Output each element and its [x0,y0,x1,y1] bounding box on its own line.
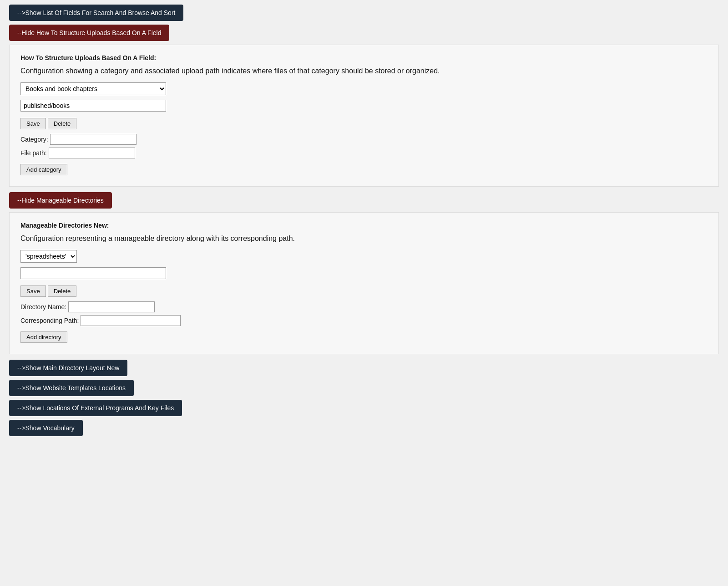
dir-save-delete-group: Save Delete [20,285,77,297]
filepath-input[interactable] [49,148,135,158]
uploads-panel-description: Configuration showing a category and ass… [20,67,708,75]
hide-manageable-button[interactable]: --Hide Manageable Directories [9,192,112,209]
upload-path-input[interactable] [20,100,166,112]
dirname-row: Directory Name: [20,301,708,312]
category-dropdown[interactable]: Books and book chaptersJournalsReportsTh… [20,82,166,95]
delete-button[interactable]: Delete [48,118,77,129]
uploads-panel-title: How To Structure Uploads Based On A Fiel… [20,54,708,61]
save-delete-group: Save Delete [20,118,77,129]
filepath-row: File path: [20,148,708,158]
dir-save-button[interactable]: Save [20,285,46,297]
directory-path-input[interactable] [20,267,166,279]
hide-uploads-button[interactable]: --Hide How To Structure Uploads Based On… [9,25,169,41]
bottom-buttons: -->Show Main Directory Layout New -->Sho… [9,360,719,436]
show-main-dir-button[interactable]: -->Show Main Directory Layout New [9,360,127,376]
corrpath-label: Corresponding Path: [20,317,79,324]
add-directory-button[interactable]: Add directory [20,331,67,343]
manageable-panel-description: Configuration representing a manageable … [20,234,708,243]
uploads-panel: How To Structure Uploads Based On A Fiel… [9,45,719,187]
category-row: Category: [20,134,708,145]
show-vocabulary-button[interactable]: -->Show Vocabulary [9,420,83,436]
save-button[interactable]: Save [20,118,46,129]
directory-dropdown[interactable]: 'spreadsheets''documents''images''videos… [20,250,77,263]
dirname-input[interactable] [68,301,155,312]
filepath-label: File path: [20,149,47,157]
manageable-panel: Manageable Directories New: Configuratio… [9,212,719,354]
add-category-button[interactable]: Add category [20,164,67,175]
show-fields-button[interactable]: -->Show List Of Fields For Search And Br… [9,5,183,21]
corrpath-input[interactable] [81,315,181,326]
corrpath-row: Corresponding Path: [20,315,708,326]
category-input[interactable] [50,134,136,145]
manageable-panel-title: Manageable Directories New: [20,222,708,229]
dirname-label: Directory Name: [20,303,66,311]
dir-delete-button[interactable]: Delete [48,285,77,297]
category-label: Category: [20,136,48,143]
show-website-templates-button[interactable]: -->Show Website Templates Locations [9,380,134,396]
show-locations-external-button[interactable]: -->Show Locations Of External Programs A… [9,400,182,416]
